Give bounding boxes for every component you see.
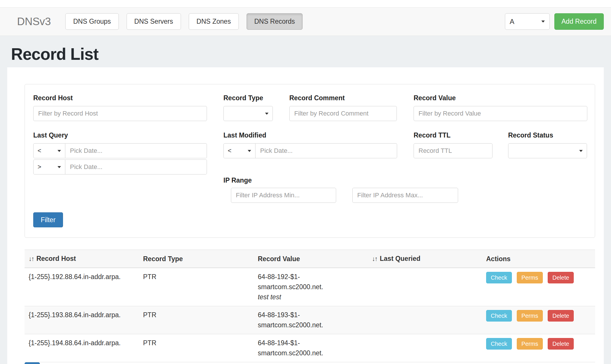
record-value-cell: 64-88-192-$1- smartcom.sc2000.net. test … [258, 268, 372, 306]
actions-cell: Check Perms Delete [486, 268, 595, 306]
last-modified-label: Last Modified [223, 131, 266, 139]
last-queried-cell [372, 268, 486, 306]
last-queried-cell [372, 334, 486, 362]
record-type-dropdown[interactable]: A [505, 13, 550, 30]
nav-dns-groups-button[interactable]: DNS Groups [65, 13, 119, 30]
th-record-host[interactable]: ↓↑Record Host [25, 250, 143, 268]
content-panel: Record Host Record Type Record Comment R… [7, 67, 604, 364]
record-host-cell: {1-255}.194.88.64.in-addr.arpa. [25, 334, 143, 362]
filter-panel: Record Host Record Type Record Comment R… [25, 84, 595, 238]
records-table: ↓↑Record Host Record Type Record Value ↓… [25, 250, 595, 362]
record-comment: test test [258, 292, 372, 302]
last-query-gt-select[interactable]: > [33, 159, 65, 174]
record-host-input[interactable] [33, 106, 207, 121]
ip-range-label: IP Range [223, 176, 252, 184]
caret-down-icon [58, 166, 61, 168]
last-query-label: Last Query [33, 131, 68, 139]
navbar-right-group: A Add Record [505, 13, 604, 30]
record-ttl-input[interactable] [414, 143, 492, 158]
delete-button[interactable]: Delete [548, 338, 574, 350]
record-value-line: 64-88-194-$1- [258, 338, 372, 348]
record-type-cell: PTR [143, 268, 258, 306]
nav-dns-zones-button[interactable]: DNS Zones [189, 13, 239, 30]
record-value-line: smartcom.sc2000.net. [258, 320, 372, 330]
record-value-cell: 64-88-193-$1- smartcom.sc2000.net. [258, 306, 372, 334]
last-queried-cell [372, 306, 486, 334]
page-title: Record List [11, 44, 99, 64]
record-host-cell: {1-255}.193.88.64.in-addr.arpa. [25, 306, 143, 334]
record-comment-label: Record Comment [289, 94, 345, 102]
caret-down-icon [265, 113, 269, 115]
caret-down-icon [58, 150, 61, 152]
last-query-lt-value: < [38, 147, 41, 155]
actions-cell: Check Perms Delete [486, 334, 595, 362]
top-navbar: DNSv3 DNS Groups DNS Servers DNS Zones D… [0, 7, 611, 36]
th-record-type: Record Type [143, 250, 258, 268]
last-query-gt-value: > [38, 163, 41, 171]
record-value-cell: 64-88-194-$1- smartcom.sc2000.net. [258, 334, 372, 362]
record-type-label: Record Type [223, 94, 263, 102]
record-comment-input[interactable] [289, 106, 397, 121]
nav-dns-records-button[interactable]: DNS Records [247, 13, 303, 30]
page-background: Record List Record Host Record Type Reco… [0, 36, 611, 364]
th-last-queried[interactable]: ↓↑Last Queried [372, 250, 486, 268]
pagination-active-page[interactable] [25, 362, 40, 364]
check-button[interactable]: Check [486, 272, 512, 283]
ip-address-min-input[interactable] [231, 188, 336, 203]
last-modified-lt-value: < [228, 147, 232, 155]
table-row: {1-255}.193.88.64.in-addr.arpa. PTR 64-8… [25, 306, 595, 334]
th-record-host-label: Record Host [36, 255, 76, 262]
table-row: {1-255}.192.88.64.in-addr.arpa. PTR 64-8… [25, 268, 595, 306]
perms-button[interactable]: Perms [517, 272, 543, 283]
filter-button[interactable]: Filter [33, 212, 63, 227]
table-header-row: ↓↑Record Host Record Type Record Value ↓… [25, 250, 595, 268]
record-type-cell: PTR [143, 334, 258, 362]
check-button[interactable]: Check [486, 310, 512, 322]
sort-icon: ↓↑ [29, 255, 34, 262]
record-status-label: Record Status [508, 131, 553, 139]
table-row: {1-255}.194.88.64.in-addr.arpa. PTR 64-8… [25, 334, 595, 362]
perms-button[interactable]: Perms [517, 310, 543, 322]
caret-down-icon [248, 150, 251, 152]
caret-down-icon [541, 21, 545, 23]
record-status-select[interactable] [508, 143, 587, 158]
record-value-line: smartcom.sc2000.net. [258, 282, 372, 292]
th-record-value: Record Value [258, 250, 372, 268]
th-actions: Actions [486, 250, 595, 268]
delete-button[interactable]: Delete [548, 272, 574, 283]
perms-button[interactable]: Perms [517, 338, 543, 350]
ip-address-max-input[interactable] [352, 188, 458, 203]
th-last-queried-label: Last Queried [380, 255, 421, 262]
last-modified-lt-select[interactable]: < [223, 143, 255, 158]
record-type-cell: PTR [143, 306, 258, 334]
record-type-select[interactable] [223, 106, 273, 121]
record-ttl-label: Record TTL [414, 131, 451, 139]
add-record-button[interactable]: Add Record [554, 13, 604, 30]
caret-down-icon [579, 150, 583, 152]
last-modified-date-input[interactable] [255, 143, 397, 158]
record-value-input[interactable] [414, 106, 587, 121]
record-value-line: 64-88-192-$1- [258, 272, 372, 282]
record-host-label: Record Host [33, 94, 73, 102]
last-query-lt-select[interactable]: < [33, 143, 65, 158]
record-host-cell: {1-255}.192.88.64.in-addr.arpa. [25, 268, 143, 306]
record-value-label: Record Value [414, 94, 456, 102]
sort-icon: ↓↑ [372, 255, 377, 262]
check-button[interactable]: Check [486, 338, 512, 350]
records-table-container: ↓↑Record Host Record Type Record Value ↓… [25, 250, 595, 362]
delete-button[interactable]: Delete [548, 310, 574, 322]
last-query-gt-date-input[interactable] [65, 159, 207, 174]
record-type-dropdown-value: A [510, 18, 514, 26]
last-query-lt-date-input[interactable] [65, 143, 207, 158]
app-brand[interactable]: DNSv3 [17, 16, 51, 28]
nav-dns-servers-button[interactable]: DNS Servers [127, 13, 181, 30]
nav-buttons: DNS Groups DNS Servers DNS Zones DNS Rec… [65, 13, 303, 30]
record-value-line: 64-88-193-$1- [258, 310, 372, 320]
record-value-line: smartcom.sc2000.net. [258, 348, 372, 358]
actions-cell: Check Perms Delete [486, 306, 595, 334]
